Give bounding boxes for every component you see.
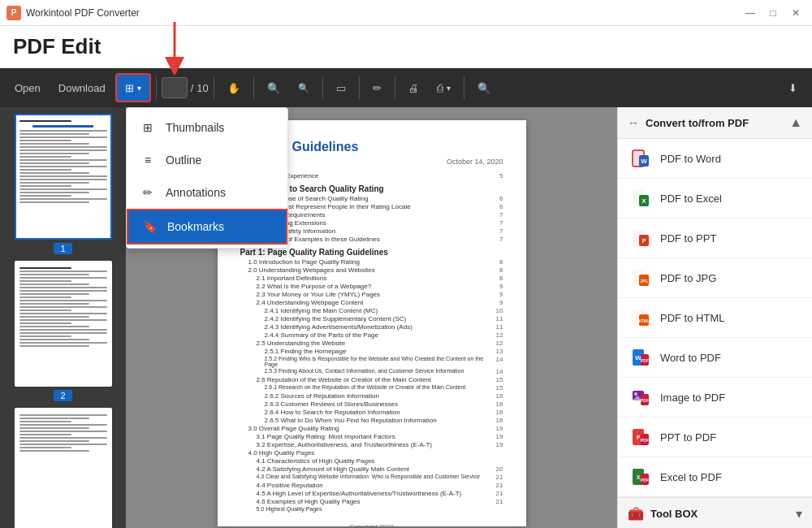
convert-item-pdf-to-word[interactable]: W PDF to Word — [618, 139, 812, 179]
toc-text-13: 2.3 Your Money or Your Life (YMYL) Pages — [257, 291, 381, 298]
close-button[interactable]: ✕ — [786, 6, 806, 20]
bookmarks-label: Bookmarks — [167, 220, 224, 233]
svg-text:P: P — [642, 238, 646, 244]
toc-row-10: 2.0 Understanding Webpages and Websites … — [240, 266, 503, 274]
toc-row-11: 2.1 Important Definitions 8 — [240, 275, 503, 282]
toc-page-11: 8 — [490, 275, 503, 282]
convert-item-pdf-to-excel[interactable]: X PDF to Excel — [618, 179, 812, 219]
toc-page-21: 14 — [490, 356, 503, 367]
share-icon: ⎙ — [437, 82, 443, 94]
convert-item-pdf-to-html[interactable]: HTML PDF to HTML — [618, 298, 812, 338]
ppt-to-pdf-icon: P PDF — [629, 426, 652, 448]
toc-row-26: 2.6.3 Customer Reviews of Stores/Busines… — [265, 400, 503, 408]
header-area: PDF Edit — [0, 26, 812, 68]
toc-text-23: 2.6 Reputation of the Website or Creator… — [257, 376, 432, 383]
thumbnail-page-1[interactable]: 1 — [6, 114, 119, 254]
svg-text:PDF: PDF — [641, 398, 649, 403]
toc-row-19: 2.5 Understanding the Website 12 — [240, 340, 503, 347]
search-button[interactable]: 🔍 — [469, 73, 499, 102]
svg-text:PDF: PDF — [641, 478, 649, 483]
toc-page-24: 15 — [490, 384, 503, 392]
right-panel: ↔ Convert to/from PDF ▲ W PDF to Word — [617, 107, 812, 528]
convert-item-ppt-to-pdf[interactable]: P PDF PPT to PDF — [618, 418, 812, 457]
export-button[interactable]: ⬇ — [780, 73, 806, 102]
zoom-in-button[interactable]: 🔍 — [290, 73, 317, 102]
titlebar-left: P Workintool PDF Converter — [6, 6, 140, 20]
word-to-pdf-icon: W PDF — [629, 346, 652, 369]
grid-icon: ⊞ — [125, 82, 134, 94]
minimize-button[interactable]: — — [741, 6, 760, 20]
convert-section-header[interactable]: ↔ Convert to/from PDF ▲ — [618, 107, 812, 139]
convert-item-pdf-to-ppt[interactable]: P PDF to PPT — [618, 219, 812, 258]
convert-section-title: Convert to/from PDF — [646, 117, 749, 129]
dropdown-item-thumbnails[interactable]: ⊞ Thumbnails — [127, 111, 287, 144]
maximize-button[interactable]: □ — [763, 6, 783, 20]
hand-icon: ✋ — [227, 82, 240, 94]
pdf-to-ppt-label: PDF to PPT — [660, 232, 716, 245]
convert-item-pdf-to-jpg[interactable]: JPG PDF to JPG — [618, 258, 812, 298]
hand-tool-button[interactable]: ✋ — [219, 73, 248, 102]
open-button[interactable]: Open — [6, 73, 49, 102]
view-toggle-button[interactable]: ⊞ ▾ — [115, 73, 151, 102]
toc-row-20: 2.5.1 Finding the Homepage 13 — [265, 348, 503, 355]
toc-row-25: 2.6.2 Sources of Reputation Information … — [265, 392, 503, 400]
pen-icon: ✏ — [373, 82, 382, 94]
convert-item-word-to-pdf[interactable]: W PDF Word to PDF — [618, 338, 812, 378]
thumb-content-2 — [16, 262, 110, 385]
toc-text-15: 2.4.1 Identifying the Main Content (MC) — [265, 307, 378, 314]
dropdown-item-annotations[interactable]: ✏ Annotations — [127, 176, 287, 209]
pen-tool-button[interactable]: ✏ — [365, 73, 390, 102]
convert-item-excel-to-pdf[interactable]: X PDF Excel to PDF — [618, 457, 812, 497]
toc-text-35: 4.3 Clear and Satisfying Website Informa… — [257, 474, 480, 481]
toolbox-icon: 🧰 — [628, 506, 644, 522]
dropdown-item-outline[interactable]: ≡ Outline — [127, 144, 287, 176]
toc-page-0: 5 — [490, 172, 503, 180]
toc-page-23: 15 — [490, 376, 503, 383]
pdf-to-html-label: PDF to HTML — [660, 312, 724, 324]
toc-text-18: 2.4.4 Summary of the Parts of the Page — [265, 331, 379, 339]
svg-text:X: X — [637, 474, 641, 480]
thumbnail-page-2[interactable]: 2 — [6, 261, 119, 401]
toolbox-section-header[interactable]: 🧰 Tool BOX ▾ — [618, 497, 812, 528]
toc-text-20: 2.5.1 Finding the Homepage — [265, 348, 347, 355]
convert-section-header-left: ↔ Convert to/from PDF — [628, 116, 749, 129]
toc-page-12: 9 — [490, 283, 503, 290]
thumbnail-page-3[interactable] — [6, 408, 119, 528]
print-button[interactable]: 🖨 — [400, 73, 427, 102]
toc-page-15: 10 — [490, 307, 503, 314]
toc-page-31: 19 — [490, 441, 503, 448]
toc-section-8: Part 1: Page Quality Rating Guidelines — [240, 248, 503, 257]
pdf-to-ppt-icon: P — [629, 227, 652, 249]
toc-page-27: 16 — [490, 409, 503, 416]
pdf-to-word-icon: W — [629, 147, 652, 170]
toc-text-27: 2.6.4 How to Search for Reputation Infor… — [265, 409, 400, 416]
export-icon: ⬇ — [788, 82, 797, 94]
thumb-image-2 — [15, 261, 112, 387]
toc-page-2: 6 — [490, 195, 503, 202]
thumb-label-2: 2 — [54, 390, 71, 401]
toc-row-17: 2.4.3 Identifying Advertisements/Monetiz… — [265, 323, 503, 331]
download-button[interactable]: Download — [50, 73, 114, 102]
page-sep: / — [191, 82, 194, 94]
toc-page-30: 19 — [490, 433, 503, 440]
toc-text-17: 2.4.3 Identifying Advertisements/Monetiz… — [265, 323, 412, 331]
toc-page-16: 11 — [490, 315, 503, 322]
toc-page-4: 7 — [490, 211, 503, 219]
toc-page-13: 9 — [490, 291, 503, 298]
zoom-out-button[interactable]: 🔍 — [259, 73, 288, 102]
thumbnails-label: Thumbnails — [166, 121, 224, 134]
toolbar-separator-5 — [359, 76, 360, 99]
share-button[interactable]: ⎙ ▾ — [429, 73, 459, 102]
page-current-input[interactable]: 1 — [162, 77, 188, 98]
zoom-in-minus-icon: 🔍 — [298, 83, 309, 93]
page-total: 10 — [197, 82, 208, 94]
toc-row-29: 3.0 Overall Page Quality Rating 19 — [240, 425, 503, 432]
dropdown-item-bookmarks[interactable]: 🔖 Bookmarks — [127, 209, 287, 245]
svg-text:W: W — [641, 158, 647, 165]
toolbox-section-left: 🧰 Tool BOX — [628, 506, 698, 522]
toc-row-18: 2.4.4 Summary of the Parts of the Page 1… — [265, 331, 503, 339]
convert-item-image-to-pdf[interactable]: PDF Image to PDF — [618, 378, 812, 418]
toolbar-separator-7 — [464, 76, 464, 99]
split-view-button[interactable]: ▭ — [328, 73, 354, 102]
toc-text-36: 4.4 Positive Reputation — [257, 482, 323, 489]
